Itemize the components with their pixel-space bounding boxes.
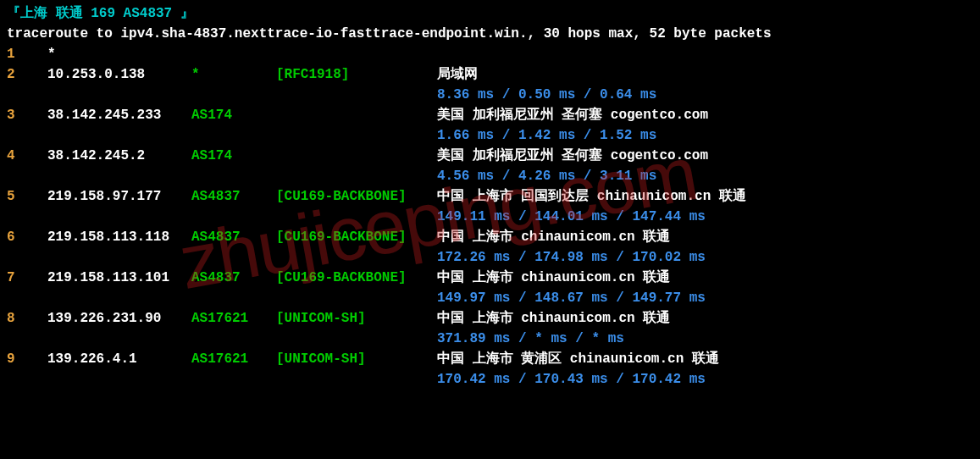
hop-label: [CU169-BACKBONE] xyxy=(276,227,437,247)
hop-location: 中国 上海市 黄浦区 chinaunicom.cn 联通 xyxy=(437,349,719,369)
hop-asn: * xyxy=(191,64,276,85)
hop-asn: AS174 xyxy=(191,146,276,166)
hop-asn: AS4837 xyxy=(191,268,276,288)
hop-ip: 219.158.113.118 xyxy=(47,227,191,247)
hop-number: 3 xyxy=(7,105,47,125)
hop-ip: 10.253.0.138 xyxy=(47,64,191,85)
hop-location: 美国 加利福尼亚州 圣何塞 cogentco.com xyxy=(437,146,708,166)
hop-label: [UNICOM-SH] xyxy=(276,349,437,369)
hop-latency-row: 371.89 ms / * ms / * ms xyxy=(7,329,973,349)
traceroute-subheader: traceroute to ipv4.sha-4837.nexttrace-io… xyxy=(7,24,973,44)
hop-asn: AS17621 xyxy=(191,349,276,369)
hop-location: 美国 加利福尼亚州 圣何塞 cogentco.com xyxy=(437,105,708,125)
hop-number: 1 xyxy=(7,44,47,64)
hop-row: 8139.226.231.90AS17621[UNICOM-SH]中国 上海市 … xyxy=(7,308,973,329)
hop-number: 2 xyxy=(7,64,47,85)
hop-location: 中国 上海市 chinaunicom.cn 联通 xyxy=(437,268,670,288)
hop-latency: 172.26 ms / 174.98 ms / 170.02 ms xyxy=(437,247,706,268)
hop-label: [CU169-BACKBONE] xyxy=(276,186,437,207)
hop-latency-row: 4.56 ms / 4.26 ms / 3.11 ms xyxy=(7,166,973,186)
hop-number: 9 xyxy=(7,349,47,369)
hop-row: 6219.158.113.118AS4837[CU169-BACKBONE]中国… xyxy=(7,227,973,247)
hop-location: 中国 上海市 chinaunicom.cn 联通 xyxy=(437,227,670,247)
hop-latency-row: 1.66 ms / 1.42 ms / 1.52 ms xyxy=(7,125,973,146)
hop-ip: 139.226.231.90 xyxy=(47,308,191,329)
hop-label: [UNICOM-SH] xyxy=(276,308,437,329)
hop-number: 8 xyxy=(7,308,47,329)
hop-latency: 170.42 ms / 170.43 ms / 170.42 ms xyxy=(437,369,706,390)
hop-number: 5 xyxy=(7,186,47,207)
hop-row: 338.142.245.233AS174美国 加利福尼亚州 圣何塞 cogent… xyxy=(7,105,973,125)
hop-asn: AS17621 xyxy=(191,308,276,329)
hop-label: [RFC1918] xyxy=(276,64,437,85)
hop-location: 局域网 xyxy=(437,64,478,85)
hop-latency-row: 149.97 ms / 148.67 ms / 149.77 ms xyxy=(7,288,973,308)
hop-number: 4 xyxy=(7,146,47,166)
hop-asn: AS174 xyxy=(191,105,276,125)
hop-row: 7219.158.113.101AS4837[CU169-BACKBONE]中国… xyxy=(7,268,973,288)
hop-latency-row: 170.42 ms / 170.43 ms / 170.42 ms xyxy=(7,369,973,390)
hop-ip: 219.158.113.101 xyxy=(47,268,191,288)
hop-ip: 219.158.97.177 xyxy=(47,186,191,207)
hop-asn: AS4837 xyxy=(191,227,276,247)
hop-location: 中国 上海市 回国到达层 chinaunicom.cn 联通 xyxy=(437,186,746,207)
hop-asn: AS4837 xyxy=(191,186,276,207)
hop-latency: 149.97 ms / 148.67 ms / 149.77 ms xyxy=(437,288,706,308)
hop-row: 1* xyxy=(7,44,973,64)
hop-latency: 1.66 ms / 1.42 ms / 1.52 ms xyxy=(437,125,656,146)
hop-location: 中国 上海市 chinaunicom.cn 联通 xyxy=(437,308,670,329)
hop-number: 7 xyxy=(7,268,47,288)
hop-latency-row: 172.26 ms / 174.98 ms / 170.02 ms xyxy=(7,247,973,268)
hop-latency: 4.56 ms / 4.26 ms / 3.11 ms xyxy=(437,166,656,186)
hop-ip: * xyxy=(47,44,191,64)
hop-row: 438.142.245.2AS174美国 加利福尼亚州 圣何塞 cogentco… xyxy=(7,146,973,166)
hop-row: 9139.226.4.1AS17621[UNICOM-SH]中国 上海市 黄浦区… xyxy=(7,349,973,369)
hop-ip: 139.226.4.1 xyxy=(47,349,191,369)
traceroute-title: 『上海 联通 169 AS4837 』 xyxy=(7,3,973,24)
hop-latency-row: 8.36 ms / 0.50 ms / 0.64 ms xyxy=(7,85,973,105)
hop-ip: 38.142.245.233 xyxy=(47,105,191,125)
hop-latency: 371.89 ms / * ms / * ms xyxy=(437,329,624,349)
hop-latency-row: 149.11 ms / 144.01 ms / 147.44 ms xyxy=(7,207,973,227)
hop-row: 5219.158.97.177AS4837[CU169-BACKBONE]中国 … xyxy=(7,186,973,207)
hop-latency: 8.36 ms / 0.50 ms / 0.64 ms xyxy=(437,85,656,105)
hop-number: 6 xyxy=(7,227,47,247)
hop-ip: 38.142.245.2 xyxy=(47,146,191,166)
hop-latency: 149.11 ms / 144.01 ms / 147.44 ms xyxy=(437,207,706,227)
hop-label: [CU169-BACKBONE] xyxy=(276,268,437,288)
hop-row: 210.253.0.138*[RFC1918]局域网 xyxy=(7,64,973,85)
